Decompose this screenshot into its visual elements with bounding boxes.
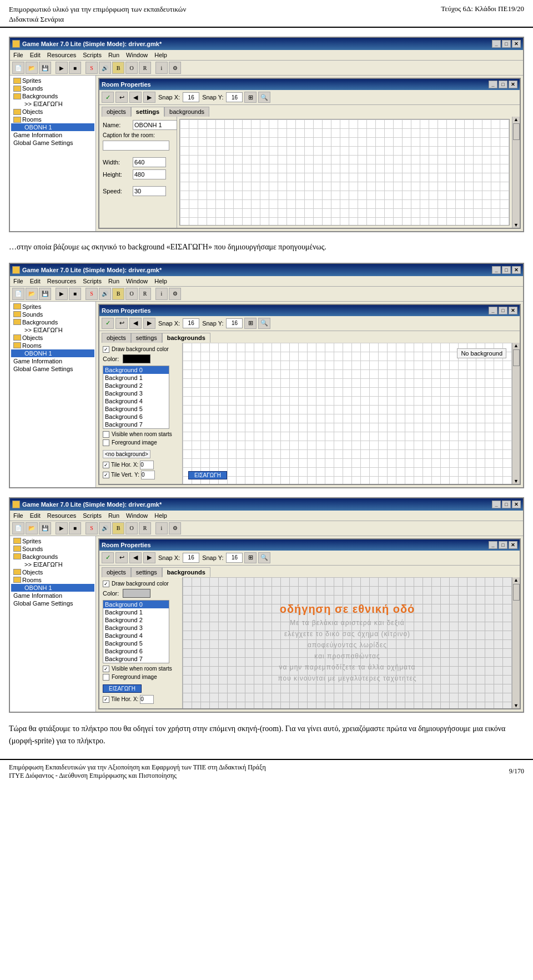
win-buttons-1[interactable]: _ □ ✕ — [492, 40, 521, 48]
eisagogi-btn-2[interactable]: ΕΙΣΑΓΩΓΗ — [188, 471, 227, 479]
tb-sprite-1[interactable]: S — [86, 62, 98, 74]
minimize-btn-3[interactable]: _ — [492, 501, 501, 508]
tile-vert-cb-2[interactable] — [103, 472, 109, 478]
tab-settings-2[interactable]: settings — [131, 333, 162, 343]
tile-hor-cb-3[interactable] — [103, 696, 109, 703]
menu-window-1[interactable]: Window — [123, 51, 151, 59]
snap-y-input-3[interactable] — [226, 553, 243, 563]
speed-input-1[interactable] — [133, 186, 166, 196]
rp-min-2[interactable]: _ — [489, 307, 497, 314]
menu-window-3[interactable]: Window — [123, 512, 151, 519]
rp-min-1[interactable]: _ — [489, 81, 497, 88]
rp-grid-3[interactable]: ⊞ — [244, 552, 257, 563]
draw-bg-color-cb-3[interactable] — [103, 581, 109, 587]
tree-eisagogi-2[interactable]: >> ΕΙΣΑΓΩΓΗ — [11, 326, 94, 334]
tab-backgrounds-2[interactable]: backgrounds — [162, 333, 210, 343]
tb-play-2[interactable]: ▶ — [56, 288, 68, 300]
bg-item-4-3[interactable]: Background 4 — [103, 632, 169, 639]
sb-thumb-2[interactable] — [513, 349, 520, 366]
tb-sound-1[interactable]: 🔊 — [99, 62, 111, 74]
visible-cb-2[interactable] — [103, 431, 109, 438]
rp-arrow-left-3[interactable]: ◀ — [129, 552, 142, 563]
tab-settings-3[interactable]: settings — [131, 567, 162, 577]
tb-info-1[interactable]: i — [155, 62, 168, 74]
sb-up-1[interactable]: ▲ — [514, 117, 519, 122]
tree-backgrounds-3[interactable]: Backgrounds — [11, 553, 94, 561]
minimize-btn-2[interactable]: _ — [492, 266, 501, 274]
menu-scripts-3[interactable]: Scripts — [79, 512, 105, 519]
menu-file-1[interactable]: File — [10, 51, 27, 59]
tree-rooms-3[interactable]: Rooms — [11, 576, 94, 584]
snap-x-input-3[interactable] — [183, 553, 199, 563]
tb-info-2[interactable]: i — [155, 288, 168, 300]
bg-item-0-3[interactable]: Background 0 — [103, 601, 169, 608]
sb-thumb-3[interactable] — [513, 584, 520, 601]
close-btn-3[interactable]: ✕ — [512, 501, 521, 508]
tree-gameinfo-3[interactable]: Game Information — [11, 592, 94, 599]
tb-save-3[interactable]: 💾 — [39, 522, 51, 534]
tb-room-3[interactable]: R — [139, 522, 151, 534]
tree-obonh-3[interactable]: ΟΒΟΝΗ 1 — [11, 584, 94, 592]
bg-item-7-3[interactable]: Background 7 — [103, 655, 169, 663]
name-input-1[interactable] — [133, 120, 177, 130]
rp-arrow-left-2[interactable]: ◀ — [129, 318, 142, 329]
tb-bg-2[interactable]: B — [112, 288, 124, 300]
tree-gameinfo-1[interactable]: Game Information — [11, 131, 94, 139]
tb-save-2[interactable]: 💾 — [39, 288, 51, 300]
rp-arrow-right-3[interactable]: ▶ — [143, 552, 155, 563]
tb-open-2[interactable]: 📂 — [26, 288, 38, 300]
eisagogi-value-label-3[interactable]: ΕΙΣΑΓΩΓΗ — [103, 684, 142, 693]
tree-gameinfo-2[interactable]: Game Information — [11, 357, 94, 365]
rp-ok-2[interactable]: ✓ — [102, 318, 114, 329]
rp-zoom-3[interactable]: 🔍 — [258, 552, 270, 563]
tree-objects-2[interactable]: Objects — [11, 334, 94, 342]
tb-room-2[interactable]: R — [139, 288, 151, 300]
tb-open-3[interactable]: 📂 — [26, 522, 38, 534]
tb-sprite-3[interactable]: S — [86, 522, 98, 534]
rp-undo-1[interactable]: ↩ — [115, 92, 128, 103]
tb-sprite-2[interactable]: S — [86, 288, 98, 300]
scrollbar-v-1[interactable]: ▲ ▼ — [512, 117, 520, 228]
bg-item-1-2[interactable]: Background 1 — [103, 374, 169, 382]
rp-zoom-2[interactable]: 🔍 — [258, 318, 270, 329]
sb-up-3[interactable]: ▲ — [514, 577, 519, 583]
tree-rooms-1[interactable]: Rooms — [11, 116, 94, 123]
menu-help-1[interactable]: Help — [151, 51, 170, 59]
rp-arrow-right-1[interactable]: ▶ — [143, 92, 155, 103]
visible-cb-3[interactable] — [103, 666, 109, 672]
tree-backgrounds-2[interactable]: Backgrounds — [11, 318, 94, 326]
sb-down-2[interactable]: ▼ — [514, 478, 519, 484]
tb-sound-2[interactable]: 🔊 — [99, 288, 111, 300]
tree-sprites-2[interactable]: Sprites — [11, 303, 94, 311]
maximize-btn-2[interactable]: □ — [502, 266, 511, 274]
tree-sounds-2[interactable]: Sounds — [11, 311, 94, 318]
rp-max-3[interactable]: □ — [499, 541, 507, 549]
tab-objects-2[interactable]: objects — [102, 333, 131, 343]
tree-eisagogi-3[interactable]: >> ΕΙΣΑΓΩΓΗ — [11, 561, 94, 568]
rp-buttons-3[interactable]: _ □ ✕ — [489, 541, 517, 549]
snap-x-input-2[interactable] — [183, 318, 199, 328]
bg-item-5-3[interactable]: Background 5 — [103, 639, 169, 647]
sb-down-3[interactable]: ▼ — [514, 703, 519, 708]
tab-objects-3[interactable]: objects — [102, 567, 131, 577]
rp-grid-2[interactable]: ⊞ — [244, 318, 257, 329]
sb-thumb-1[interactable] — [513, 123, 520, 140]
tile-hor-x-input-2[interactable] — [140, 461, 154, 469]
bg-item-6-2[interactable]: Background 6 — [103, 413, 169, 421]
draw-bg-color-cb-2[interactable] — [103, 346, 109, 353]
close-btn-2[interactable]: ✕ — [512, 266, 521, 274]
menu-help-2[interactable]: Help — [151, 277, 170, 285]
tb-settings-2[interactable]: ⚙ — [169, 288, 181, 300]
bg-item-3-3[interactable]: Background 3 — [103, 624, 169, 632]
tb-room-1[interactable]: R — [139, 62, 151, 74]
tb-bg-3[interactable]: B — [112, 522, 124, 534]
menu-scripts-1[interactable]: Scripts — [79, 51, 105, 59]
rp-ok-1[interactable]: ✓ — [102, 92, 114, 103]
tb-stop-1[interactable]: ■ — [69, 62, 81, 74]
bg-item-4-2[interactable]: Background 4 — [103, 397, 169, 405]
rp-max-2[interactable]: □ — [499, 307, 507, 314]
tree-sounds-1[interactable]: Sounds — [11, 84, 94, 92]
win-buttons-2[interactable]: _ □ ✕ — [492, 266, 521, 274]
tb-settings-3[interactable]: ⚙ — [169, 522, 181, 534]
tb-new-2[interactable]: 📄 — [12, 288, 24, 300]
